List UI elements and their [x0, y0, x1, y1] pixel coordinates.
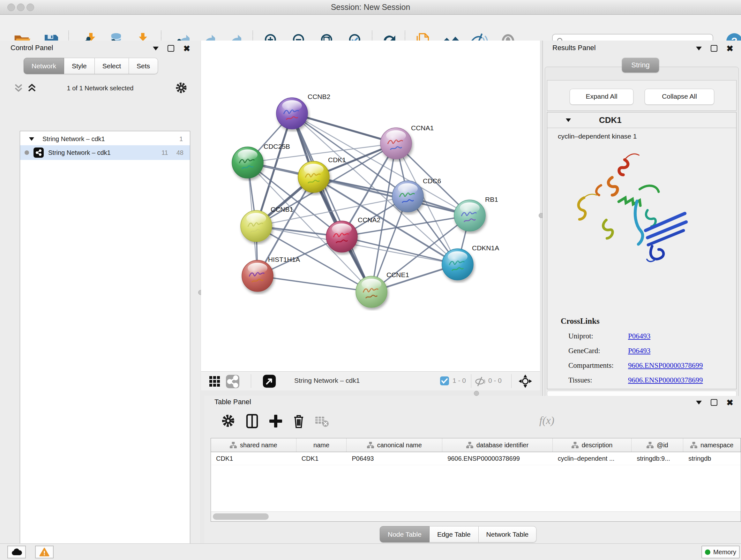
delete-column-trash-icon[interactable]	[291, 414, 308, 430]
column-header-description[interactable]: description	[553, 438, 632, 452]
node-CCNB1[interactable]: CCNB1	[241, 206, 293, 242]
edge-CDK1-RB1[interactable]	[314, 177, 470, 215]
selected-nodes-checkbox-icon[interactable]	[440, 376, 449, 385]
birdseye-view-icon[interactable]	[262, 374, 276, 388]
panel-menu-icon[interactable]	[153, 47, 158, 51]
column-header-name[interactable]: name	[296, 438, 347, 452]
crosslink-link[interactable]: 9606.ENSP00000378699	[628, 376, 703, 384]
tab-string[interactable]: String	[622, 58, 659, 72]
panel-close-icon[interactable]: ✖	[183, 45, 190, 52]
table-cell[interactable]: stringdb	[683, 452, 741, 465]
tab-sets[interactable]: Sets	[129, 58, 158, 74]
column-header-namespace[interactable]: namespace	[683, 438, 741, 452]
network-status-dot-icon	[24, 150, 29, 155]
crosslink-row: Tissues:9606.ENSP00000378699	[568, 376, 703, 384]
node-HIST1H1A[interactable]: HIST1H1A	[242, 256, 300, 292]
panel-menu-icon[interactable]	[696, 47, 702, 51]
panel-menu-icon[interactable]	[696, 401, 702, 405]
column-header-database-identifier[interactable]: database identifier	[442, 438, 553, 452]
node-CCNA1[interactable]: CCNA1	[381, 124, 434, 159]
crosslink-link[interactable]: P06493	[628, 347, 650, 355]
edge-count: 48	[177, 149, 184, 157]
table-cell[interactable]: cyclin–dependent ...	[553, 452, 632, 465]
panel-close-icon[interactable]: ✖	[726, 45, 733, 52]
node-label-CCNB2: CCNB2	[308, 93, 330, 100]
edge-CCNB2-CCNA1[interactable]	[292, 113, 396, 143]
network-share-icon[interactable]	[226, 375, 239, 388]
network-column-icon	[367, 442, 374, 448]
tab-edge-table[interactable]: Edge Table	[429, 526, 479, 543]
grid-view-icon[interactable]	[209, 375, 221, 388]
app-status-bar: Memory	[0, 543, 741, 560]
network-column-icon	[571, 442, 579, 448]
protein-section-header[interactable]: CDK1	[547, 112, 736, 128]
node-table[interactable]: shared namenamecanonical namedatabase id…	[211, 438, 741, 522]
crosslink-link[interactable]: P06493	[628, 332, 650, 340]
network-selection-status: 1 of 1 Network selected	[0, 84, 200, 92]
table-cell[interactable]: stringdb:9...	[631, 452, 683, 465]
tab-style[interactable]: Style	[64, 58, 95, 74]
panel-float-icon[interactable]	[711, 399, 718, 406]
section-collapse-icon[interactable]	[566, 118, 571, 122]
protein-section: CDK1 cyclin–dependent kinase 1	[547, 112, 737, 389]
node-CDK1[interactable]: CDK1	[298, 156, 346, 192]
node-count: 11	[161, 149, 168, 157]
table-panel-window-controls: ✖	[696, 399, 733, 406]
node-CCNB2[interactable]: CCNB2	[276, 93, 330, 129]
network-view-canvas[interactable]: CCNB2CCNA1CDC25BCDK1CDC6RB1CCNB1CCNA2CDK…	[201, 41, 540, 371]
column-header-shared-name[interactable]: shared name	[211, 438, 296, 452]
control-panel: Control Panel ✖ NetworkStyleSelectSets 1…	[0, 41, 201, 543]
node-label-HIST1H1A: HIST1H1A	[268, 256, 300, 263]
current-network-title: String Network – cdk1	[294, 377, 360, 384]
node-RB1[interactable]: RB1	[454, 196, 498, 231]
edge-CCNB2-CCNE1[interactable]	[292, 113, 372, 292]
tab-node-table[interactable]: Node Table	[380, 526, 429, 543]
table-cell[interactable]: P06493	[347, 452, 442, 465]
expand-all-button[interactable]: Expand All	[569, 89, 633, 105]
edge-HIST1H1A-CCNE1[interactable]	[258, 276, 372, 292]
panel-float-icon[interactable]	[167, 45, 174, 52]
string-network-graph[interactable]: CCNB2CCNA1CDC25BCDK1CDC6RB1CCNB1CCNA2CDK…	[201, 41, 540, 371]
window-title: Session: New Session	[0, 3, 741, 12]
control-panel-tabs: NetworkStyleSelectSets	[23, 58, 158, 74]
table-options-gear-icon[interactable]	[221, 414, 238, 430]
column-header-label: canonical name	[377, 442, 422, 449]
node-label-CCNA2: CCNA2	[358, 216, 381, 224]
memory-label: Memory	[713, 549, 736, 556]
results-panel-window-controls: ✖	[696, 45, 733, 52]
hidden-count: 0 - 0	[488, 377, 502, 384]
show-columns-icon[interactable]	[245, 414, 261, 430]
column-header-@id[interactable]: @id	[631, 438, 683, 452]
table-horizontal-scrollbar[interactable]	[211, 511, 741, 521]
tree-expand-icon[interactable]	[29, 137, 34, 141]
panel-float-icon[interactable]	[711, 45, 718, 52]
create-column-plus-icon[interactable]	[268, 414, 285, 430]
crosslink-label: Uniprot:	[568, 332, 628, 340]
bottom-splitter-handle[interactable]	[474, 391, 479, 396]
tab-select[interactable]: Select	[95, 58, 129, 74]
warning-button[interactable]	[35, 546, 54, 558]
table-panel-tabs: Node TableEdge TableNetwork Table	[380, 526, 536, 543]
column-header-label: name	[313, 442, 329, 449]
network-collection-row[interactable]: String Network – cdk1 1	[20, 132, 190, 145]
crosslink-label: GeneCard:	[568, 347, 628, 355]
column-header-canonical-name[interactable]: canonical name	[347, 438, 442, 452]
delete-table-icon[interactable]	[314, 414, 331, 430]
crosslink-label: Tissues:	[568, 376, 628, 384]
center-view-crosshair-icon[interactable]	[518, 374, 532, 388]
panel-close-icon[interactable]: ✖	[726, 399, 733, 406]
network-options-gear-icon[interactable]	[175, 81, 188, 94]
crosslink-link[interactable]: 9606.ENSP00000378699	[628, 361, 703, 369]
network-row-selected[interactable]: String Network – cdk1 11 48	[20, 145, 190, 160]
table-cell[interactable]: 9606.ENSP00000378699	[442, 452, 553, 465]
network-label: String Network – cdk1	[48, 149, 111, 157]
tab-network[interactable]: Network	[23, 58, 64, 74]
collapse-all-button[interactable]: Collapse All	[645, 89, 714, 105]
table-cell[interactable]: CDK1	[296, 452, 347, 465]
cloud-button[interactable]	[7, 546, 26, 558]
scrollbar-thumb[interactable]	[213, 513, 269, 520]
table-cell[interactable]: CDK1	[211, 452, 296, 465]
tab-network-table[interactable]: Network Table	[479, 526, 537, 543]
memory-button[interactable]: Memory	[701, 546, 740, 558]
table-row[interactable]: CDK1CDK1P064939606.ENSP00000378699cyclin…	[211, 452, 741, 465]
